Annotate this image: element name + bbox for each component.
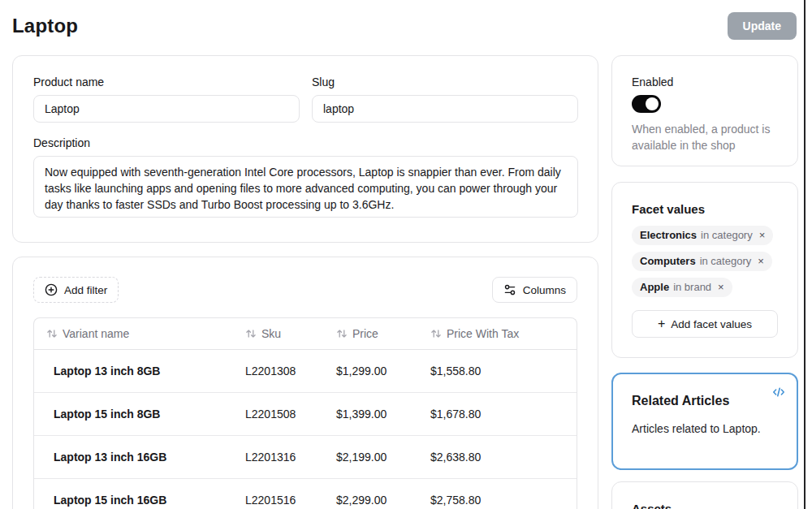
cell-variant-name: Laptop 13 inch 16GB bbox=[34, 451, 232, 464]
column-header-price[interactable]: Price bbox=[323, 327, 417, 340]
related-articles-card[interactable]: Related Articles Articles related to Lap… bbox=[611, 373, 798, 470]
column-header-label: Variant name bbox=[63, 327, 129, 340]
cell-variant-name: Laptop 15 inch 16GB bbox=[34, 494, 232, 507]
table-row[interactable]: Laptop 13 inch 16GB L2201316 $2,199.00 $… bbox=[34, 436, 577, 479]
description-label: Description bbox=[33, 136, 577, 149]
related-articles-description: Articles related to Laptop. bbox=[632, 422, 778, 435]
facet-values-title: Facet values bbox=[632, 202, 778, 216]
enabled-label: Enabled bbox=[632, 75, 778, 88]
column-header-variant-name[interactable]: Variant name bbox=[34, 327, 232, 340]
up-down-arrows-icon bbox=[245, 328, 257, 339]
column-header-label: Price With Tax bbox=[447, 327, 519, 340]
toggle-knob bbox=[646, 97, 659, 110]
variants-table: Variant name Sku Price bbox=[33, 317, 577, 509]
facet-chip-name: Electronics bbox=[640, 229, 697, 241]
table-row[interactable]: Laptop 15 inch 8GB L2201508 $1,399.00 $1… bbox=[34, 393, 577, 436]
circle-plus-icon bbox=[45, 283, 58, 296]
facet-chip: Apple in brand × bbox=[632, 278, 732, 297]
slug-input[interactable] bbox=[312, 95, 578, 123]
page-title: Laptop bbox=[12, 15, 78, 37]
product-name-label: Product name bbox=[33, 75, 300, 88]
column-header-sku[interactable]: Sku bbox=[232, 327, 323, 340]
x-icon[interactable]: × bbox=[718, 282, 724, 292]
plus-icon: + bbox=[658, 317, 665, 331]
column-header-label: Price bbox=[352, 327, 378, 340]
add-filter-button[interactable]: Add filter bbox=[33, 277, 119, 303]
facet-chip-list: Electronics in category × Computers in c… bbox=[632, 226, 778, 297]
code-icon[interactable] bbox=[771, 384, 787, 403]
add-filter-label: Add filter bbox=[64, 284, 107, 296]
table-row[interactable]: Laptop 15 inch 16GB L2201516 $2,299.00 $… bbox=[34, 479, 577, 509]
assets-title: Assets bbox=[632, 502, 778, 509]
x-icon[interactable]: × bbox=[759, 230, 766, 240]
up-down-arrows-icon bbox=[430, 328, 442, 339]
column-header-label: Sku bbox=[261, 327, 281, 340]
slug-label: Slug bbox=[312, 75, 578, 88]
related-articles-title: Related Articles bbox=[632, 394, 778, 408]
assets-card: Assets bbox=[611, 481, 798, 509]
update-button[interactable]: Update bbox=[728, 12, 797, 40]
main-column: Product name Slug Description Now equipp… bbox=[12, 55, 598, 509]
sliders-icon bbox=[503, 283, 516, 296]
cell-price: $2,299.00 bbox=[323, 494, 417, 507]
cell-price: $1,399.00 bbox=[323, 408, 417, 421]
cell-variant-name: Laptop 15 inch 8GB bbox=[34, 408, 232, 421]
x-icon[interactable]: × bbox=[758, 256, 764, 266]
product-form-card: Product name Slug Description Now equipp… bbox=[12, 55, 598, 243]
product-name-input[interactable] bbox=[33, 95, 300, 123]
sidebar: Enabled When enabled, a product is avail… bbox=[611, 55, 798, 509]
table-row[interactable]: Laptop 13 inch 8GB L2201308 $1,299.00 $1… bbox=[34, 350, 577, 393]
add-facet-values-button[interactable]: + Add facet values bbox=[632, 310, 778, 338]
columns-button[interactable]: Columns bbox=[492, 277, 577, 303]
product-detail-page: Laptop Update Product name Slug Descript… bbox=[0, 0, 812, 509]
enabled-card: Enabled When enabled, a product is avail… bbox=[611, 55, 798, 166]
cell-price: $1,299.00 bbox=[323, 364, 417, 377]
cell-sku: L2201516 bbox=[232, 494, 323, 507]
cell-price-with-tax: $1,678.80 bbox=[417, 408, 577, 421]
cell-sku: L2201316 bbox=[232, 451, 323, 464]
add-facet-values-label: Add facet values bbox=[671, 318, 752, 330]
variants-card: Add filter Columns Variant bbox=[12, 257, 598, 509]
cell-price-with-tax: $2,638.80 bbox=[417, 451, 577, 464]
window-edge-line bbox=[804, 0, 806, 509]
columns-label: Columns bbox=[523, 284, 566, 296]
cell-price-with-tax: $2,758.80 bbox=[417, 494, 577, 507]
table-header-row: Variant name Sku Price bbox=[34, 318, 577, 350]
facet-values-card: Facet values Electronics in category × C… bbox=[611, 182, 798, 358]
cell-sku: L2201508 bbox=[232, 408, 323, 421]
facet-chip-facet: in brand bbox=[673, 281, 711, 293]
slug-field-group: Slug bbox=[312, 75, 578, 123]
enabled-toggle[interactable] bbox=[632, 95, 661, 113]
description-textarea[interactable]: Now equipped with seventh-generation Int… bbox=[33, 156, 578, 218]
cell-price: $2,199.00 bbox=[323, 451, 417, 464]
product-name-field-group: Product name bbox=[33, 75, 300, 123]
facet-chip-facet: in category bbox=[700, 255, 752, 267]
cell-variant-name: Laptop 13 inch 8GB bbox=[34, 364, 232, 377]
cell-price-with-tax: $1,558.80 bbox=[417, 364, 577, 377]
description-field-group: Description Now equipped with seventh-ge… bbox=[33, 136, 577, 221]
column-header-price-with-tax[interactable]: Price With Tax bbox=[417, 327, 577, 340]
facet-chip-name: Computers bbox=[640, 255, 696, 267]
facet-chip-name: Apple bbox=[640, 281, 669, 293]
facet-chip: Electronics in category × bbox=[632, 226, 773, 245]
enabled-description: When enabled, a product is available in … bbox=[632, 121, 778, 153]
up-down-arrows-icon bbox=[46, 328, 58, 339]
facet-chip-facet: in category bbox=[701, 229, 753, 241]
up-down-arrows-icon bbox=[336, 328, 348, 339]
facet-chip: Computers in category × bbox=[632, 252, 772, 271]
variants-toolbar: Add filter Columns bbox=[33, 277, 577, 303]
cell-sku: L2201308 bbox=[232, 364, 323, 377]
